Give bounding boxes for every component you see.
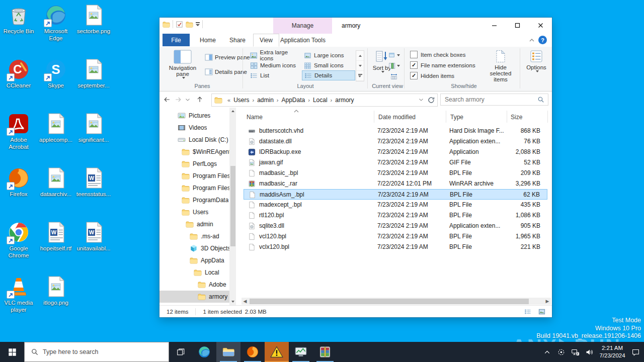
breadcrumb-item-users[interactable]: Users — [233, 97, 249, 104]
nav-item-programdata[interactable]: ProgramData — [159, 194, 229, 206]
layout-option-extra-large-icons[interactable]: Extra large icons — [248, 50, 301, 60]
file-row-idrbackup-exe[interactable]: IDRBackup.exe7/23/2024 2:19 AMApplicatio… — [244, 147, 547, 157]
nav-item-perflogs[interactable]: PerfLogs — [159, 158, 229, 170]
details-view-toggle[interactable] — [522, 307, 534, 316]
maximize-button[interactable] — [506, 18, 529, 33]
thumbnail-view-toggle[interactable] — [536, 307, 548, 316]
taskbar-app-explorer[interactable] — [216, 342, 240, 362]
desktop-icon-teensstatus[interactable]: Wteensstatus... — [75, 167, 112, 198]
column-header-size[interactable]: Size — [511, 114, 522, 121]
minimize-button[interactable] — [482, 18, 506, 33]
checkbox-box[interactable]: ✓ — [410, 61, 418, 69]
file-row-jawan-gif[interactable]: jawan.gif7/23/2024 2:19 AMGIF File52 KB — [244, 157, 547, 168]
back-button[interactable] — [162, 95, 172, 105]
hide-selected-items-button[interactable]: Hide selected items — [484, 49, 517, 82]
file-row-madbasic-rar[interactable]: madbasic_.rar7/22/2024 12:01 PMWinRAR ar… — [244, 178, 547, 189]
options-button[interactable]: Options — [524, 49, 549, 72]
desktop-icon-microsoft-edge[interactable]: Microsoft Edge — [37, 4, 74, 42]
file-row-madbasic-bpl[interactable]: madbasic_.bpl7/23/2024 2:19 AMBPL File20… — [244, 168, 547, 178]
breadcrumb-item-armory[interactable]: armory — [335, 97, 354, 104]
address-dropdown-chevron[interactable] — [418, 96, 425, 105]
desktop-icon-recycle-bin[interactable]: Recycle Bin — [0, 4, 37, 35]
taskbar-clock[interactable]: 2:21 AM 7/23/2024 — [597, 344, 628, 359]
tray-capture-button[interactable] — [554, 342, 568, 362]
nav-item-ms-ad[interactable]: .ms-ad — [159, 230, 229, 242]
file-row-sqlite3-dll[interactable]: sqlite3.dll7/23/2024 2:19 AMApplication … — [244, 221, 547, 231]
desktop-icon-applecomp[interactable]: applecomp... — [37, 113, 74, 143]
collapse-ribbon-icon[interactable] — [529, 37, 535, 43]
scrollbar-thumb[interactable] — [250, 299, 529, 304]
desktop-icon-unitavailabl[interactable]: Wunitavailabl... — [75, 221, 112, 252]
help-button[interactable]: ? — [538, 36, 547, 44]
layout-option-small-icons[interactable]: Small icons — [302, 60, 355, 70]
taskbar-app-winrar[interactable] — [313, 342, 337, 362]
desktop-icon-adobe-acrobat[interactable]: Adobe Acrobat — [0, 113, 37, 151]
desktop-icon-itlogo-png[interactable]: itlogo.png — [37, 276, 74, 306]
refresh-icon[interactable] — [427, 96, 435, 104]
add-columns-button[interactable] — [387, 61, 400, 70]
start-button[interactable] — [0, 342, 24, 362]
group-by-button[interactable] — [387, 50, 400, 60]
layout-option-list[interactable]: List — [248, 70, 301, 80]
breadcrumb-item-admin[interactable]: admin — [257, 97, 274, 104]
nav-item-appdata[interactable]: AppData — [159, 254, 229, 266]
scroll-down-arrow[interactable] — [229, 298, 236, 305]
tab-share[interactable]: Share — [224, 34, 251, 46]
breadcrumb-item-appdata[interactable]: AppData — [282, 97, 305, 104]
tab-file[interactable]: File — [163, 34, 190, 46]
new-folder-icon[interactable] — [186, 21, 193, 28]
nav-item-3d-objects[interactable]: 3D Objects — [159, 242, 229, 254]
size-columns-button[interactable] — [387, 71, 400, 81]
close-button[interactable] — [529, 18, 552, 33]
nav-item-program-files[interactable]: Program Files — [159, 170, 229, 182]
desktop-icon-sectorbe-png[interactable]: sectorbe.png — [75, 4, 112, 35]
forward-button[interactable] — [173, 95, 183, 105]
checkbox-hidden-items[interactable]: ✓Hidden items — [410, 72, 454, 79]
column-header-name[interactable]: Name — [247, 114, 263, 121]
scroll-up-arrow[interactable] — [229, 108, 236, 115]
desktop-icon-dataarchiv[interactable]: dataarchiv... — [37, 167, 74, 198]
layout-option-medium-icons[interactable]: Medium icons — [248, 60, 301, 70]
details-pane-button[interactable]: Details pane — [205, 68, 247, 76]
column-header-type[interactable]: Type — [450, 114, 463, 121]
file-row-butterscotch-vhd[interactable]: butterscotch.vhd7/23/2024 2:19 AMHard Di… — [244, 126, 547, 136]
desktop-icon-firefox[interactable]: Firefox — [0, 167, 37, 198]
recent-locations-chevron[interactable] — [184, 95, 191, 105]
nav-item-program-files[interactable]: Program Files — [159, 182, 229, 194]
horizontal-scrollbar[interactable]: ◀ ▶ — [242, 298, 551, 305]
tab-home[interactable]: Home — [195, 34, 221, 46]
desktop-icon-vlc-media-player[interactable]: VLC media player — [0, 276, 37, 314]
taskbar-search-input[interactable]: Type here to search — [24, 342, 169, 362]
search-input[interactable]: Search armory — [440, 94, 548, 106]
file-row-datastate-dll[interactable]: datastate.dll7/23/2024 2:19 AMApplicatio… — [244, 136, 547, 147]
scrollbar-thumb[interactable] — [230, 166, 235, 246]
checkbox-box[interactable]: ✓ — [410, 72, 418, 79]
taskbar-app-perfmon[interactable] — [289, 342, 313, 362]
desktop-icon-google-chrome[interactable]: Google Chrome — [0, 221, 37, 259]
title-bar[interactable]: Manage armory — [159, 18, 552, 34]
nav-item-pictures[interactable]: Pictures — [159, 110, 229, 122]
tray-network-button[interactable] — [569, 342, 582, 362]
column-header-date[interactable]: Date modified — [378, 114, 416, 121]
layout-option-details[interactable]: Details — [302, 70, 355, 80]
scroll-right-arrow[interactable]: ▶ — [544, 298, 551, 305]
desktop-icon-september[interactable]: september... — [75, 58, 112, 89]
navigation-pane-button[interactable]: Navigation pane — [165, 50, 201, 79]
action-center-button[interactable] — [629, 342, 642, 362]
up-button[interactable] — [195, 95, 205, 105]
nav-item-armory[interactable]: armory — [159, 291, 229, 303]
scroll-left-arrow[interactable]: ◀ — [242, 298, 249, 305]
file-row-vclx120-bpl[interactable]: vclx120.bpl7/23/2024 2:19 AMBPL File221 … — [244, 242, 547, 252]
desktop-icon-skype[interactable]: SSkype — [37, 58, 74, 89]
tab-application-tools[interactable]: Application Tools — [274, 34, 332, 46]
properties-icon[interactable] — [176, 21, 183, 28]
task-view-button[interactable] — [169, 342, 192, 362]
taskbar-app-warning[interactable] — [265, 342, 289, 362]
nav-item-admin[interactable]: admin — [159, 218, 229, 230]
nav-pane-scrollbar[interactable] — [229, 108, 236, 305]
checkbox-box[interactable] — [410, 51, 418, 58]
nav-item-local[interactable]: Local — [159, 266, 229, 279]
checkbox-file-name-extensions[interactable]: ✓File name extensions — [410, 61, 475, 69]
desktop-icon-hopeitself-rtf[interactable]: Whopeitself.rtf — [37, 221, 74, 252]
nav-item-winreagent[interactable]: $WinREAgent — [159, 146, 229, 158]
